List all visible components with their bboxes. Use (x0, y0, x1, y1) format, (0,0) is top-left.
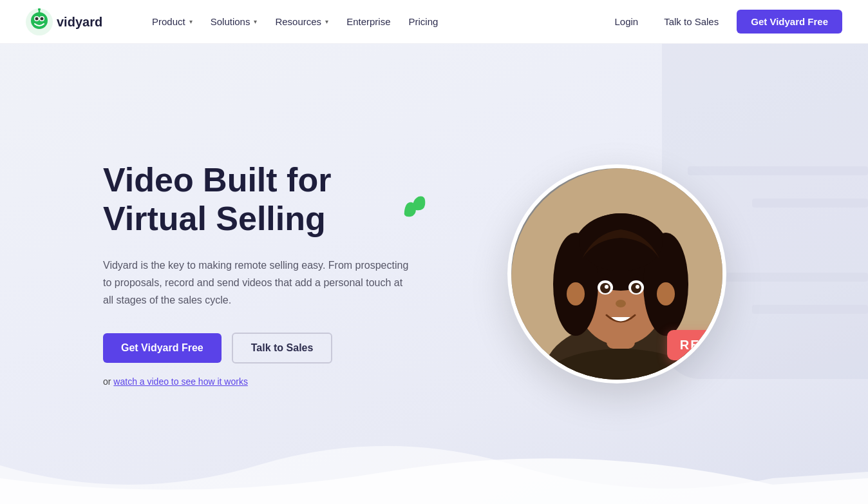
hero-talk-sales-button[interactable]: Talk to Sales (232, 333, 333, 363)
svg-point-17 (567, 282, 585, 305)
svg-text:vidyard: vidyard (57, 15, 102, 29)
hero-visual: REC (507, 164, 726, 383)
leaf-accent-icon (399, 193, 431, 218)
bg-bar-4 (752, 305, 868, 314)
svg-point-24 (636, 285, 639, 289)
nav-right: Login Talk to Sales Get Vidyard Free (607, 10, 842, 34)
hero-heading: Video Built for Virtual Selling (103, 161, 412, 238)
hero-description: Vidyard is the key to making remote sell… (103, 257, 412, 309)
hero-buttons: Get Vidyard Free Talk to Sales (103, 333, 412, 363)
svg-point-25 (616, 300, 626, 307)
bg-bar-2 (752, 199, 868, 208)
rec-badge: REC (667, 330, 726, 360)
nav-resources[interactable]: Resources ▾ (267, 11, 336, 32)
nav-get-free-button[interactable]: Get Vidyard Free (737, 10, 842, 34)
hero-get-free-button[interactable]: Get Vidyard Free (103, 333, 222, 363)
hero-watch-text: or watch a video to see how it works (103, 376, 412, 387)
navbar: vidyard Product ▾ Solutions ▾ Resources … (0, 0, 868, 44)
svg-point-23 (605, 285, 609, 289)
login-link[interactable]: Login (607, 11, 646, 32)
nav-solutions[interactable]: Solutions ▾ (203, 11, 265, 32)
rec-dot-icon (716, 342, 722, 349)
resources-chevron-icon: ▾ (325, 18, 328, 25)
hero-content: Video Built for Virtual Selling Vidyard … (0, 161, 412, 386)
svg-point-4 (35, 17, 39, 20)
logo[interactable]: vidyard (26, 8, 121, 35)
nav-pricing[interactable]: Pricing (401, 11, 446, 32)
svg-point-16 (579, 213, 663, 271)
svg-point-5 (41, 17, 44, 20)
video-circle: REC (507, 164, 726, 383)
hero-wave (0, 427, 868, 504)
product-chevron-icon: ▾ (189, 18, 193, 25)
talk-to-sales-link[interactable]: Talk to Sales (656, 11, 726, 32)
logo-text: vidyard (57, 14, 121, 30)
nav-enterprise[interactable]: Enterprise (339, 11, 398, 32)
watch-video-link[interactable]: watch a video to see how it works (113, 376, 248, 387)
hero-section: Video Built for Virtual Selling Vidyard … (0, 44, 868, 504)
nav-product[interactable]: Product ▾ (144, 11, 200, 32)
svg-point-18 (657, 282, 675, 305)
nav-links: Product ▾ Solutions ▾ Resources ▾ Enterp… (144, 11, 607, 32)
solutions-chevron-icon: ▾ (254, 18, 257, 25)
svg-point-1 (31, 12, 48, 29)
